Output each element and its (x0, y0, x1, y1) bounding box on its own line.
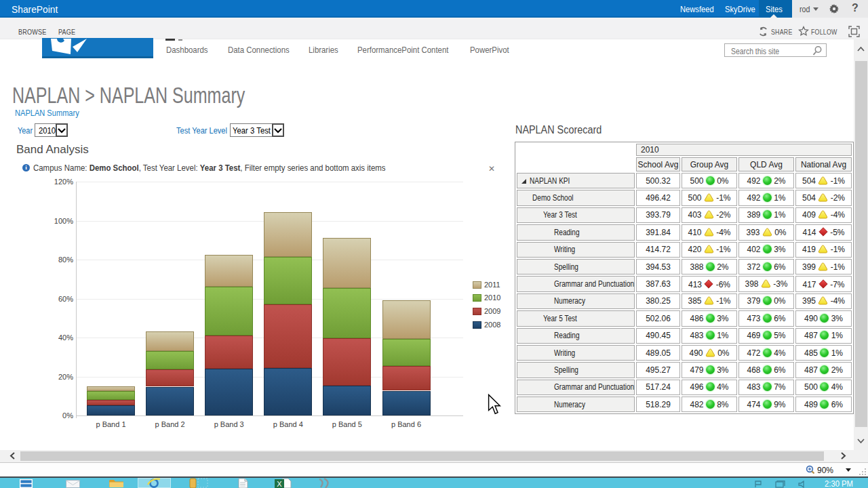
svg-text:X: X (277, 480, 282, 488)
